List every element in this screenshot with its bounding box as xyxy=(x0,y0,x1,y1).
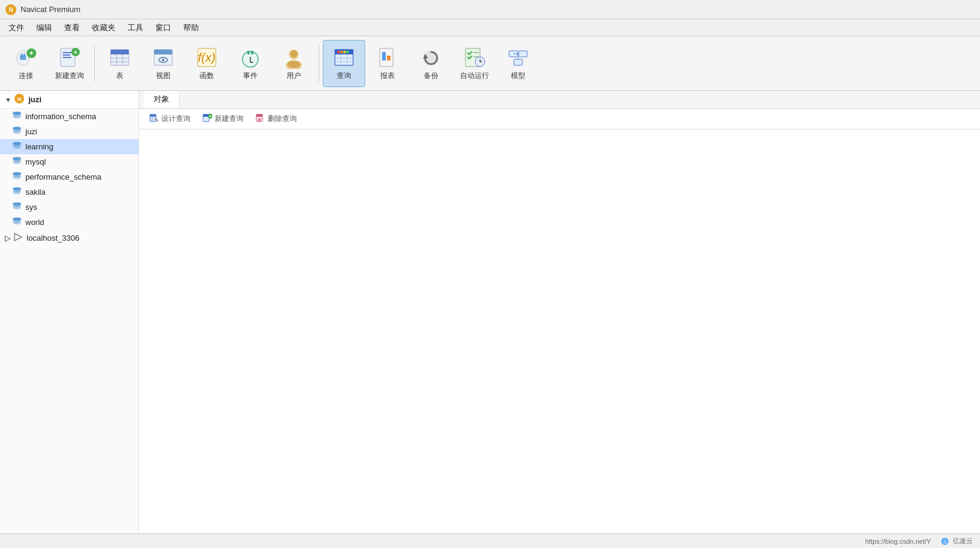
db-label-learning: learning xyxy=(25,142,53,151)
svg-rect-45 xyxy=(346,51,349,53)
content-area: 对象 设计查询 xyxy=(139,91,980,533)
sidebar-db-learning[interactable]: learning xyxy=(0,139,138,154)
toolbar-connect-button[interactable]: + 连接 xyxy=(5,40,47,87)
backup-label: 备份 xyxy=(424,71,438,81)
function-label: 函数 xyxy=(200,71,214,81)
svg-rect-16 xyxy=(111,50,129,54)
auto-run-icon xyxy=(462,45,487,70)
function-icon: f(x) xyxy=(195,45,219,70)
menu-file[interactable]: 文件 xyxy=(2,21,30,34)
tab-object[interactable]: 对象 xyxy=(144,91,180,108)
new-query-icon: + xyxy=(57,45,82,70)
svg-point-35 xyxy=(287,60,300,68)
menu-tools[interactable]: 工具 xyxy=(122,21,149,34)
db-icon-world xyxy=(12,217,22,227)
query-icon xyxy=(332,45,356,70)
db-label-performance-schema: performance_schema xyxy=(25,172,102,181)
svg-rect-12 xyxy=(63,57,71,58)
sidebar-db-information-schema[interactable]: information_schema xyxy=(0,109,138,124)
table-label: 表 xyxy=(116,71,123,81)
conn-label-localhost: localhost_3306 xyxy=(27,233,79,243)
backup-icon xyxy=(419,45,443,70)
sidebar-db-performance-schema[interactable]: performance_schema xyxy=(0,169,138,184)
menu-edit[interactable]: 编辑 xyxy=(30,21,58,34)
svg-rect-58 xyxy=(519,51,527,57)
status-url: https://blog.csdn.net/Y xyxy=(865,538,931,545)
delete-query-icon xyxy=(256,113,265,125)
toolbar-view-button[interactable]: 视图 xyxy=(142,40,184,87)
toolbar-auto-run-button[interactable]: 自动运行 xyxy=(453,40,496,87)
toolbar-model-button[interactable]: 模型 xyxy=(497,40,539,87)
toolbar-function-button[interactable]: f(x) 函数 xyxy=(186,40,228,87)
menu-help[interactable]: 帮助 xyxy=(177,21,205,34)
title-bar: N Navicat Premium xyxy=(0,0,980,19)
svg-rect-59 xyxy=(514,59,522,65)
sidebar-db-mysql[interactable]: mysql xyxy=(0,154,138,169)
connect-label: 连接 xyxy=(19,71,33,81)
toolbar-event-button[interactable]: 事件 xyxy=(229,40,271,87)
auto-run-label: 自动运行 xyxy=(460,71,489,81)
toolbar-user-button[interactable]: 用户 xyxy=(273,40,315,87)
brand-label: 亿速云 xyxy=(953,537,973,544)
expand-arrow-juzi: ▼ xyxy=(5,96,11,103)
table-icon xyxy=(108,45,132,70)
toolbar-backup-button[interactable]: 备份 xyxy=(410,40,452,87)
db-icon-juzi xyxy=(12,126,22,137)
db-icon-sakila xyxy=(12,187,22,197)
design-query-icon xyxy=(149,113,159,125)
status-brand: 云 亿速云 xyxy=(941,537,973,546)
event-label: 事件 xyxy=(243,71,258,81)
model-label: 模型 xyxy=(511,71,525,81)
menu-view[interactable]: 查看 xyxy=(58,21,86,34)
delete-query-label: 删除查询 xyxy=(268,114,297,124)
db-icon-mysql xyxy=(12,157,22,167)
svg-rect-47 xyxy=(382,52,386,60)
sidebar-db-world[interactable]: world xyxy=(0,215,138,230)
event-icon xyxy=(238,45,262,70)
delete-query-button[interactable]: 删除查询 xyxy=(250,111,302,127)
app-icon: N xyxy=(5,4,17,16)
new-query-label: 新建查询 xyxy=(55,71,84,81)
new-query-content-button[interactable]: + 新建查询 xyxy=(197,111,249,127)
db-icon-information-schema xyxy=(12,111,22,122)
svg-rect-4 xyxy=(20,55,26,60)
report-icon xyxy=(375,45,400,70)
sidebar-db-sakila[interactable]: sakila xyxy=(0,184,138,200)
svg-text:+: + xyxy=(74,48,77,56)
new-query-content-label: 新建查询 xyxy=(215,114,244,124)
svg-rect-74 xyxy=(150,114,156,117)
toolbar-separator-1 xyxy=(94,45,95,82)
svg-text:f(x): f(x) xyxy=(198,51,216,64)
svg-text:N: N xyxy=(8,7,13,13)
user-icon xyxy=(282,45,306,70)
svg-point-34 xyxy=(290,50,297,57)
db-icon-sys xyxy=(12,202,22,212)
sidebar-conn-localhost[interactable]: ▷ localhost_3306 xyxy=(0,230,138,246)
svg-rect-11 xyxy=(63,54,70,56)
menu-favorites[interactable]: 收藏夹 xyxy=(86,21,122,34)
svg-rect-85 xyxy=(256,114,262,117)
db-label-sakila: sakila xyxy=(25,188,45,197)
db-icon-learning xyxy=(12,142,22,152)
status-bar: https://blog.csdn.net/Y 云 亿速云 xyxy=(0,533,980,548)
menu-bar: 文件 编辑 查看 收藏夹 工具 窗口 帮助 xyxy=(0,19,980,36)
toolbar-new-query-button[interactable]: + 新建查询 xyxy=(48,40,91,87)
svg-rect-43 xyxy=(340,51,343,53)
app-title: Navicat Premium xyxy=(21,5,80,14)
conn-label-juzi: juzi xyxy=(28,95,42,104)
menu-window[interactable]: 窗口 xyxy=(149,21,177,34)
design-query-button[interactable]: 设计查询 xyxy=(144,111,196,127)
toolbar-separator-2 xyxy=(319,45,319,82)
toolbar-table-button[interactable]: 表 xyxy=(99,40,141,87)
svg-rect-42 xyxy=(337,51,340,53)
svg-rect-22 xyxy=(154,50,172,54)
view-label: 视图 xyxy=(156,71,170,81)
toolbar-query-button[interactable]: 查询 xyxy=(323,40,365,87)
toolbar-report-button[interactable]: 报表 xyxy=(366,40,409,87)
sidebar-conn-juzi[interactable]: ▼ N juzi xyxy=(0,91,138,109)
svg-text:云: 云 xyxy=(943,540,947,544)
content-body xyxy=(139,129,980,533)
sidebar-db-sys[interactable]: sys xyxy=(0,200,138,215)
sidebar: ▼ N juzi information_schema xyxy=(0,91,139,533)
sidebar-db-juzi[interactable]: juzi xyxy=(0,124,138,139)
